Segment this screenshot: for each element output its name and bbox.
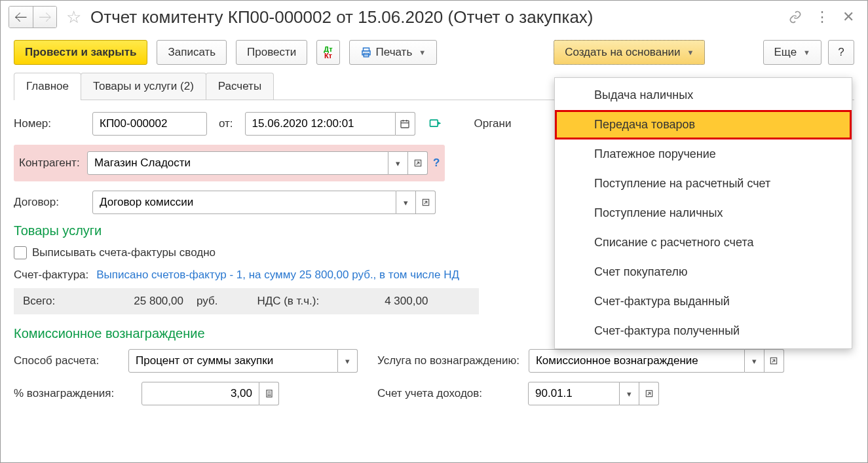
more-button[interactable]: Еще ▼ — [763, 40, 821, 65]
invoice-link[interactable]: Выписано счетов-фактур - 1, на сумму 25 … — [96, 269, 459, 282]
link-icon[interactable] — [789, 10, 802, 24]
svg-point-18 — [270, 396, 271, 396]
menu-item[interactable]: Выдача наличных — [555, 81, 852, 110]
dropdown-button[interactable]: ▾ — [338, 349, 358, 373]
nav-buttons: 🡠 🡢 — [9, 6, 57, 28]
totals-bar: Всего: 25 800,00 руб. НДС (в т.ч.): 4 30… — [14, 288, 479, 314]
invoice-label: Счет-фактура: — [14, 269, 88, 282]
chevron-down-icon: ▼ — [803, 48, 810, 56]
chevron-down-icon: ▼ — [687, 48, 694, 56]
svg-point-13 — [267, 394, 268, 394]
open-button[interactable] — [416, 191, 436, 214]
organization-label: Органи — [474, 117, 512, 130]
post-button[interactable]: Провести — [236, 40, 307, 65]
favorite-star-icon[interactable]: ☆ — [66, 7, 81, 28]
tab-goods[interactable]: Товары и услуги (2) — [81, 73, 206, 100]
method-field[interactable] — [128, 349, 338, 373]
menu-item[interactable]: Счет-фактура полученный — [555, 316, 852, 346]
open-button[interactable] — [639, 382, 659, 405]
tab-calculations[interactable]: Расчеты — [206, 73, 274, 100]
currency-label: руб. — [197, 295, 217, 308]
create-based-button[interactable]: Создать на основании ▼ — [554, 40, 705, 65]
date-field[interactable] — [245, 112, 396, 136]
total-value: 25 800,00 — [134, 295, 183, 308]
account-label: Счет учета доходов: — [377, 387, 482, 400]
percent-label: % вознаграждения: — [14, 387, 135, 400]
window-title: Отчет комитенту КП00-000002 от 15.06.202… — [90, 7, 859, 28]
svg-point-14 — [269, 394, 269, 394]
svg-point-16 — [267, 396, 268, 396]
print-label: Печать — [376, 46, 413, 59]
forward-button[interactable]: 🡢 — [33, 7, 56, 28]
contract-field[interactable] — [92, 191, 396, 214]
number-label: Номер: — [14, 117, 86, 130]
percent-field[interactable] — [142, 382, 259, 405]
summary-invoice-checkbox[interactable] — [14, 246, 27, 259]
calculator-icon[interactable] — [259, 382, 279, 405]
service-field[interactable] — [529, 349, 745, 373]
dtkt-icon: ДтКт — [324, 46, 332, 59]
menu-item[interactable]: Счет-фактура выданный — [555, 287, 852, 316]
number-field[interactable] — [92, 112, 207, 136]
kebab-menu-icon[interactable]: ⋮ — [815, 9, 829, 26]
save-button[interactable]: Записать — [157, 40, 227, 65]
tab-main[interactable]: Главное — [14, 73, 81, 100]
svg-point-15 — [270, 394, 271, 394]
counterparty-row: Контрагент: ▾ ? — [14, 145, 445, 181]
total-label: Всего: — [23, 295, 55, 308]
dropdown-button[interactable]: ▾ — [396, 191, 416, 214]
dropdown-button[interactable]: ▾ — [745, 349, 764, 373]
svg-rect-3 — [401, 120, 409, 128]
create-based-menu: Выдача наличныхПередача товаровПлатежное… — [554, 77, 852, 349]
open-button[interactable] — [408, 151, 428, 175]
print-button[interactable]: Печать ▼ — [349, 40, 438, 65]
svg-rect-7 — [430, 120, 438, 126]
back-button[interactable]: 🡠 — [9, 7, 33, 28]
summary-invoice-label: Выписывать счета-фактуры сводно — [32, 246, 216, 259]
date-label: от: — [219, 117, 233, 130]
menu-item[interactable]: Списание с расчетного счета — [555, 228, 852, 257]
svg-point-17 — [269, 396, 269, 396]
counterparty-label: Контрагент: — [19, 157, 87, 170]
vat-label: НДС (в т.ч.): — [257, 295, 319, 308]
method-label: Способ расчета: — [14, 354, 122, 367]
menu-item[interactable]: Поступление наличных — [555, 198, 852, 228]
more-label: Еще — [774, 46, 797, 59]
menu-item[interactable]: Передача товаров — [555, 110, 852, 139]
calendar-icon[interactable] — [396, 112, 415, 136]
menu-item[interactable]: Поступление на расчетный счет — [555, 169, 852, 198]
dtkt-button[interactable]: ДтКт — [316, 40, 339, 65]
chevron-down-icon: ▼ — [419, 48, 426, 56]
dropdown-button[interactable]: ▾ — [620, 382, 639, 405]
printer-icon — [360, 46, 372, 58]
post-and-close-button[interactable]: Провести и закрыть — [14, 40, 147, 65]
dropdown-button[interactable]: ▾ — [388, 151, 408, 175]
open-button[interactable] — [764, 349, 784, 373]
contract-label: Договор: — [14, 196, 86, 209]
vat-value: 4 300,00 — [385, 295, 428, 308]
menu-item[interactable]: Счет покупателю — [555, 257, 852, 287]
help-icon[interactable]: ? — [433, 157, 440, 170]
help-button[interactable]: ? — [828, 40, 854, 65]
status-icon[interactable] — [428, 117, 442, 130]
service-label: Услуга по вознаграждению: — [377, 354, 519, 367]
counterparty-field[interactable] — [87, 151, 388, 175]
menu-item[interactable]: Платежное поручение — [555, 139, 852, 169]
account-field[interactable] — [528, 382, 620, 405]
create-based-label: Создать на основании — [565, 46, 680, 59]
close-icon[interactable]: ✕ — [842, 9, 854, 26]
